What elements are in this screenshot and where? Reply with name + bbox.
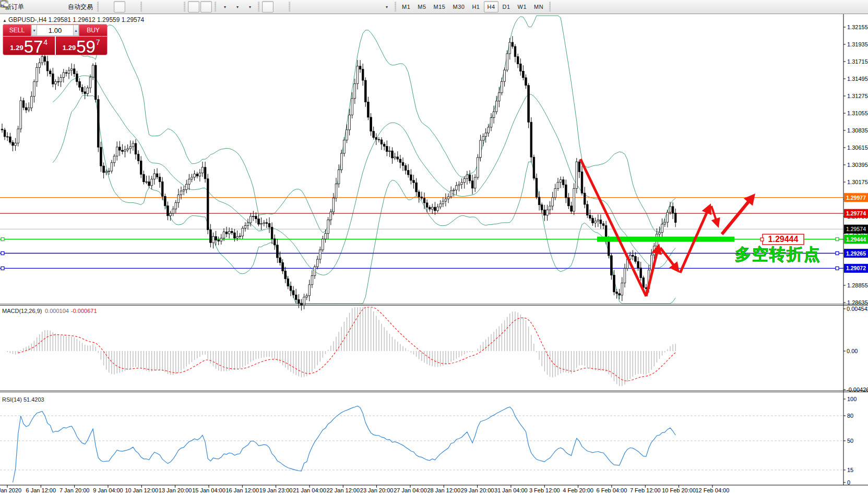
trendline-icon[interactable]: [318, 1, 329, 13]
tile-windows-icon[interactable]: [170, 1, 181, 13]
timeframe-m15-button[interactable]: M15: [431, 1, 449, 13]
templates-icon[interactable]: ▾: [244, 1, 255, 13]
svg-text:0.00: 0.00: [847, 348, 858, 354]
svg-text:MACD(12,26,9): MACD(12,26,9): [2, 308, 42, 314]
crosshair-icon[interactable]: [275, 1, 286, 13]
buy-price-sup: 7: [96, 38, 100, 46]
chevron-down-icon: ▾: [224, 5, 226, 9]
chevron-down-icon: ▾: [236, 5, 239, 9]
timeframe-w1-button[interactable]: W1: [515, 1, 530, 13]
svg-text:1.30835: 1.30835: [847, 127, 868, 134]
svg-text:1.28855: 1.28855: [847, 282, 868, 288]
candlestick-icon[interactable]: [114, 1, 125, 13]
svg-text:22 Jan 12:00: 22 Jan 12:00: [326, 487, 360, 493]
svg-text:1.31715: 1.31715: [847, 58, 868, 65]
svg-text:0.004542: 0.004542: [847, 306, 868, 312]
timeframe-d1-button[interactable]: D1: [500, 1, 514, 13]
timeframe-mn-button[interactable]: MN: [531, 1, 546, 13]
svg-text:29 Jan 20:00: 29 Jan 20:00: [461, 487, 494, 493]
toolbar-separator: [289, 2, 290, 12]
svg-text:21 Jan 04:00: 21 Jan 04:00: [293, 487, 326, 493]
svg-text:23 Jan 20:00: 23 Jan 20:00: [360, 487, 394, 493]
toolbar-separator: [258, 2, 259, 12]
svg-text:1.30175: 1.30175: [847, 179, 868, 185]
vline-icon[interactable]: [293, 1, 304, 13]
svg-text:16 Jan 12:00: 16 Jan 12:00: [225, 487, 259, 493]
autotrade-icon[interactable]: 自动交易: [64, 1, 94, 13]
svg-text:1.28635: 1.28635: [847, 299, 868, 306]
volume-input[interactable]: [37, 25, 73, 35]
zoom-in-icon[interactable]: [145, 1, 156, 13]
timeframe-h1-button[interactable]: H1: [469, 1, 483, 13]
cursor-icon[interactable]: [262, 1, 274, 13]
svg-text:80: 80: [847, 413, 853, 419]
auto-scroll-icon[interactable]: [188, 1, 199, 13]
chat-icon[interactable]: [852, 1, 863, 13]
chart-shift-icon[interactable]: [200, 1, 212, 13]
svg-text:多空转折点: 多空转折点: [735, 245, 821, 263]
toolbar: 新订单自动交易▾▾▾EFAT▾M1M5M15M30H1H4D1W1MN: [0, 0, 868, 14]
toolbar-separator: [184, 2, 185, 12]
chart-title: ▲GBPUSD-,H4 1.29581 1.29612 1.29559 1.29…: [3, 16, 144, 23]
svg-text:RSI(14) 51.4203: RSI(14) 51.4203: [2, 396, 44, 403]
chart-canvas[interactable]: 1.29444多空转折点1.321551.319351.317151.31495…: [0, 0, 868, 495]
arrows-icon[interactable]: ▾: [381, 1, 392, 13]
svg-text:3 Feb 12:00: 3 Feb 12:00: [529, 487, 560, 493]
svg-text:10 Jan 12:00: 10 Jan 12:00: [125, 487, 158, 493]
toolbar-separator: [140, 2, 142, 12]
svg-text:15: 15: [847, 467, 853, 473]
toolbar-separator: [395, 2, 396, 12]
zoom-out-icon[interactable]: [157, 1, 169, 13]
svg-text:1.29774: 1.29774: [846, 210, 866, 216]
svg-text:1.31275: 1.31275: [847, 93, 868, 99]
svg-text:1.29444: 1.29444: [768, 235, 799, 244]
svg-text:19 Jan 23:00: 19 Jan 23:00: [259, 487, 293, 493]
svg-text:1.32155: 1.32155: [847, 24, 868, 30]
svg-text:-0.004262: -0.004262: [847, 387, 868, 393]
buy-button[interactable]: BUY: [79, 25, 107, 36]
data-window-icon[interactable]: [39, 1, 51, 13]
chevron-down-icon: ▾: [386, 5, 388, 9]
market-watch-icon[interactable]: [27, 1, 38, 13]
bar-chart-icon[interactable]: [101, 1, 113, 13]
svg-text:0: 0: [847, 479, 850, 486]
timeframe-m5-button[interactable]: M5: [414, 1, 429, 13]
svg-text:10 Feb 20:00: 10 Feb 20:00: [662, 487, 696, 493]
svg-text:1.29444: 1.29444: [846, 236, 866, 243]
turning-point-label[interactable]: 多空转折点: [735, 245, 821, 263]
text-icon[interactable]: A: [355, 1, 367, 13]
buy-price-tile[interactable]: 1.29 59 7: [56, 37, 108, 55]
sell-button[interactable]: SELL: [3, 25, 31, 36]
channel-icon[interactable]: E: [330, 1, 342, 13]
line-chart-icon[interactable]: [126, 1, 138, 13]
timeframe-m1-button[interactable]: M1: [399, 1, 413, 13]
search-icon[interactable]: [839, 1, 851, 13]
indicators-icon[interactable]: ▾: [219, 1, 230, 13]
svg-text:27 Jan 04:00: 27 Jan 04:00: [394, 487, 427, 493]
svg-text:1.29072: 1.29072: [846, 265, 866, 271]
svg-text:31 Jan 04:00: 31 Jan 04:00: [494, 487, 528, 493]
timeframe-h4-button[interactable]: H4: [484, 1, 498, 13]
svg-text:1.29574: 1.29574: [846, 226, 866, 232]
svg-text:15 Jan 04:00: 15 Jan 04:00: [192, 487, 225, 493]
svg-text:100: 100: [847, 396, 857, 402]
svg-text:-0.000671: -0.000671: [71, 308, 97, 314]
timeframe-m30-button[interactable]: M30: [449, 1, 468, 13]
collapse-chart-icon[interactable]: ▲: [3, 18, 7, 23]
hline-icon[interactable]: [305, 1, 317, 13]
svg-text:1.31055: 1.31055: [847, 110, 868, 116]
label-icon[interactable]: T: [368, 1, 379, 13]
svg-text:6 Feb 04:00: 6 Feb 04:00: [597, 487, 627, 493]
toolbar-separator: [549, 2, 551, 12]
navigator-icon[interactable]: [52, 1, 63, 13]
svg-text:7 Jan 20:00: 7 Jan 20:00: [60, 487, 90, 493]
svg-text:4 Feb 20:00: 4 Feb 20:00: [563, 487, 593, 493]
volume-stepper: ▾ ▴: [31, 25, 79, 36]
price-label-box[interactable]: 1.29444: [760, 234, 804, 245]
fibo-icon[interactable]: F: [343, 1, 354, 13]
volume-increase-button[interactable]: ▴: [73, 25, 79, 35]
sell-price-tile[interactable]: 1.29 57 4: [3, 37, 55, 55]
volume-decrease-button[interactable]: ▾: [31, 25, 37, 35]
periods-icon[interactable]: ▾: [231, 1, 243, 13]
svg-text:1.31495: 1.31495: [847, 76, 868, 82]
